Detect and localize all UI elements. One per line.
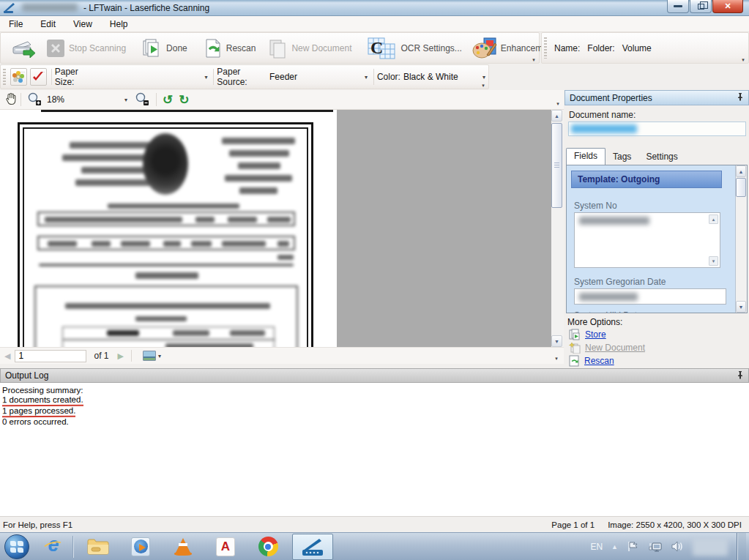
- toolbar-overflow-chevron[interactable]: ▾: [529, 56, 538, 62]
- paper-size-combo[interactable]: ▾: [94, 70, 210, 84]
- toolbar-grip[interactable]: [3, 69, 6, 85]
- new-document-button[interactable]: New Document: [261, 35, 357, 61]
- certificate-border: [18, 122, 313, 347]
- field-label-hijri-date: System Hijri Date: [574, 310, 642, 313]
- dropdown-arrow-icon: ▾: [158, 353, 161, 359]
- scroll-down-icon[interactable]: ▼: [551, 335, 562, 347]
- language-indicator[interactable]: EN: [590, 542, 603, 552]
- scroll-up-icon[interactable]: ▲: [736, 165, 746, 177]
- ocr-settings-icon: C: [368, 37, 397, 59]
- taskbar-ie-icon[interactable]: e: [37, 534, 70, 559]
- status-image-info: Image: 2550 x 4200, 300 X 300 DPI: [608, 520, 742, 529]
- rotate-left-icon[interactable]: ↺: [163, 92, 173, 108]
- toolbar-overflow-chevron[interactable]: ▾: [739, 56, 748, 62]
- rescan-option[interactable]: Rescan: [569, 355, 614, 367]
- scanned-page[interactable]: [0, 110, 335, 347]
- folder-label: Folder:: [587, 43, 614, 53]
- output-log-title: Output Log: [5, 370, 48, 381]
- network-icon[interactable]: [649, 541, 662, 553]
- zoom-out-icon[interactable]: [135, 92, 149, 108]
- rescan-icon: [569, 355, 580, 367]
- scrollbar-thumb[interactable]: [736, 178, 746, 197]
- restore-button[interactable]: [690, 0, 712, 13]
- done-icon: [142, 38, 163, 59]
- view-mode-button[interactable]: ▾: [141, 350, 163, 362]
- taskbar-media-player-icon[interactable]: [124, 534, 157, 559]
- verify-button[interactable]: ⋯: [30, 68, 47, 86]
- tab-settings[interactable]: Settings: [638, 149, 685, 165]
- menu-help[interactable]: Help: [101, 17, 137, 31]
- minimize-button[interactable]: [667, 0, 689, 13]
- taskbar-chrome-icon[interactable]: [251, 534, 285, 559]
- document-name-input[interactable]: [568, 122, 746, 136]
- new-document-option[interactable]: New Document: [569, 342, 645, 354]
- ocr-settings-button[interactable]: C OCR Settings...: [362, 35, 466, 61]
- toolbar-overflow-chevron[interactable]: ▾: [552, 355, 561, 361]
- taskbar-explorer-icon[interactable]: [81, 534, 115, 559]
- log-line: 0 errors occurred.: [2, 417, 747, 427]
- log-line: 1 documents created.: [2, 395, 747, 406]
- redacted-gregorian-date: [579, 293, 638, 301]
- scroll-up-icon[interactable]: ▲: [551, 110, 562, 122]
- color-combo[interactable]: Black & White ▾: [400, 70, 488, 84]
- rescan-button[interactable]: Rescan: [198, 35, 261, 61]
- toolbar-overflow-chevron[interactable]: ▾: [554, 100, 562, 106]
- fields-scrollbar[interactable]: ▲ ▼: [735, 165, 747, 313]
- toolbar-overflow-chevron[interactable]: ▾: [479, 82, 488, 88]
- show-desktop-button[interactable]: [737, 533, 746, 560]
- field-label-system-no: System No: [574, 201, 617, 211]
- scan-toolbar: Stop Scanning Done Rescan: [0, 32, 540, 64]
- paper-source-combo[interactable]: Feeder ▾: [267, 70, 370, 84]
- toolbar-separator: [213, 69, 214, 85]
- taskbar-vlc-icon[interactable]: [166, 534, 200, 559]
- scan-button[interactable]: [6, 35, 41, 61]
- field-input-gregorian-date[interactable]: [574, 288, 726, 305]
- start-button[interactable]: [4, 534, 29, 559]
- page-number-input[interactable]: [15, 350, 86, 362]
- pin-icon[interactable]: [737, 92, 744, 103]
- field-scroll-down-icon[interactable]: ▼: [709, 256, 718, 266]
- status-help-text: For Help, press F1: [0, 520, 72, 529]
- action-center-flag-icon[interactable]: [627, 541, 640, 553]
- tab-tags[interactable]: Tags: [605, 149, 638, 165]
- laserfiche-scanner-icon: [300, 537, 325, 556]
- store-option[interactable]: Store: [569, 329, 606, 340]
- taskbar: e A EN ▲: [0, 532, 749, 560]
- paper-size-label: Paper Size:: [55, 67, 95, 87]
- menu-edit[interactable]: Edit: [31, 17, 64, 31]
- taskbar-adobe-reader-icon[interactable]: A: [209, 534, 242, 559]
- pan-hand-icon[interactable]: [4, 92, 18, 108]
- close-button[interactable]: ✕: [712, 0, 743, 13]
- pin-icon[interactable]: [737, 370, 744, 381]
- menu-view[interactable]: View: [64, 17, 101, 31]
- scrollbar-thumb[interactable]: [551, 123, 562, 208]
- toolbar-separator: [21, 93, 21, 106]
- volume-icon[interactable]: [671, 541, 684, 553]
- dropdown-arrow-icon: ▾: [124, 97, 127, 103]
- done-button[interactable]: Done: [137, 35, 193, 61]
- toolbar-grip[interactable]: [544, 37, 547, 59]
- rotate-right-icon[interactable]: ↻: [179, 92, 189, 108]
- scanner-icon: [11, 39, 36, 58]
- show-hidden-icons[interactable]: ▲: [611, 543, 618, 550]
- scan-preview-canvas[interactable]: ▲ ▼: [0, 110, 564, 347]
- preview-vertical-scrollbar[interactable]: ▲ ▼: [551, 110, 564, 347]
- options-toolbar: ⋯ ⋯ Paper Size: ▾ Paper Source: Feeder ▾…: [0, 64, 489, 89]
- next-page-icon[interactable]: ▶: [113, 351, 127, 361]
- menu-file[interactable]: File: [0, 17, 31, 31]
- previous-page-icon[interactable]: ◀: [0, 351, 15, 361]
- zoom-in-icon[interactable]: [27, 92, 41, 108]
- store-icon: [569, 329, 581, 340]
- status-page-indicator: Page 1 of 1: [551, 520, 595, 529]
- taskbar-laserfiche-scanning-active[interactable]: [292, 534, 333, 560]
- preview-background: [337, 110, 551, 347]
- field-scroll-up-icon[interactable]: ▲: [709, 214, 718, 224]
- zoom-level-combo[interactable]: 18% ▾: [44, 92, 130, 107]
- stop-scanning-button[interactable]: Stop Scanning: [41, 35, 131, 61]
- document-name-label: Document name:: [569, 110, 636, 120]
- scan-options-button[interactable]: ⋯: [10, 68, 27, 86]
- tab-fields[interactable]: Fields: [566, 148, 605, 165]
- dropdown-arrow-icon: ▾: [365, 74, 368, 81]
- field-input-system-no[interactable]: ▲ ▼: [574, 212, 720, 268]
- scroll-down-icon[interactable]: ▼: [736, 301, 746, 313]
